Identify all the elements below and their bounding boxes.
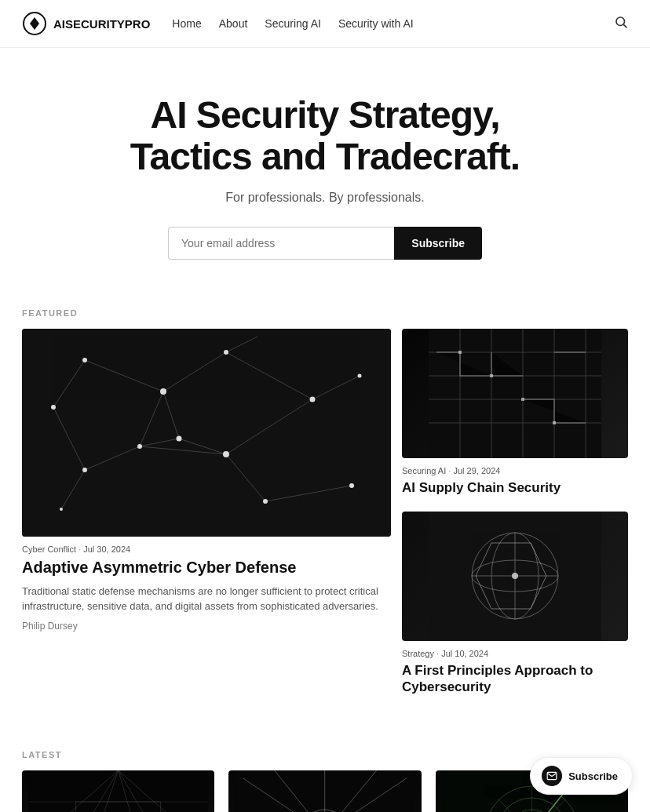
svg-point-32 bbox=[60, 508, 63, 511]
svg-line-2 bbox=[623, 24, 626, 27]
email-input[interactable] bbox=[168, 227, 394, 260]
side-card-1-meta: Securing AI · Jul 29, 2024 bbox=[402, 466, 628, 475]
hero-section: AI Security Strategy, Tactics and Tradec… bbox=[0, 48, 650, 283]
svg-rect-47 bbox=[553, 421, 556, 424]
svg-point-25 bbox=[137, 444, 142, 449]
nav-about[interactable]: About bbox=[219, 17, 248, 30]
latest-card-1[interactable]: Oct 1, 2024 Asymmetric Cyber Defense thr… bbox=[22, 770, 214, 812]
svg-point-21 bbox=[82, 358, 87, 362]
svg-point-54 bbox=[512, 573, 518, 579]
nav-securing-ai[interactable]: Securing AI bbox=[265, 17, 321, 30]
subscribe-bubble-icon bbox=[542, 766, 562, 786]
featured-label: FEATURED bbox=[0, 283, 650, 329]
svg-point-31 bbox=[177, 435, 182, 441]
latest-card-2-image bbox=[228, 770, 421, 812]
logo-text: AISECURITYPRO bbox=[53, 17, 150, 31]
subscribe-bubble-label: Subscribe bbox=[568, 770, 618, 782]
svg-rect-45 bbox=[490, 374, 493, 377]
side-card-1-image bbox=[402, 329, 628, 458]
subscribe-button[interactable]: Subscribe bbox=[394, 227, 482, 260]
featured-main-author: Philip Dursey bbox=[22, 621, 391, 632]
featured-main-desc: Traditional static defense mechanisms ar… bbox=[22, 584, 391, 614]
svg-point-24 bbox=[310, 396, 316, 402]
featured-main-card[interactable]: Cyber Conflict · Jul 30, 2024 Adaptive A… bbox=[22, 329, 391, 701]
nav-links: Home About Securing AI Security with AI bbox=[172, 17, 413, 30]
svg-rect-3 bbox=[22, 329, 391, 537]
featured-section: Cyber Conflict · Jul 30, 2024 Adaptive A… bbox=[0, 329, 650, 726]
svg-point-30 bbox=[51, 405, 56, 410]
hero-title: AI Security Strategy, Tactics and Tradec… bbox=[74, 95, 576, 178]
svg-rect-34 bbox=[429, 329, 601, 458]
svg-point-26 bbox=[223, 451, 229, 457]
svg-point-27 bbox=[82, 468, 87, 472]
latest-card-1-image bbox=[22, 770, 214, 812]
navbar: AISECURITYPRO Home About Securing AI Sec… bbox=[0, 0, 650, 48]
side-card-1-title: AI Supply Chain Security bbox=[402, 479, 628, 496]
side-card-2-title: A First Principles Approach to Cybersecu… bbox=[402, 662, 628, 696]
featured-main-title: Adaptive Asymmetric Cyber Defense bbox=[22, 558, 391, 577]
svg-point-28 bbox=[263, 499, 268, 504]
side-card-2-image bbox=[402, 512, 628, 641]
side-card-2-meta: Strategy · Jul 10, 2024 bbox=[402, 649, 628, 658]
featured-main-meta: Cyber Conflict · Jul 30, 2024 bbox=[22, 544, 391, 554]
nav-security-with-ai[interactable]: Security with AI bbox=[338, 17, 414, 30]
featured-side-card-2[interactable]: Strategy · Jul 10, 2024 A First Principl… bbox=[402, 512, 628, 701]
latest-card-2[interactable]: Governance · Aug 15, 2024 MIT's AI Risk … bbox=[228, 770, 421, 812]
logo-link[interactable]: AISECURITYPRO bbox=[22, 11, 150, 36]
svg-point-33 bbox=[349, 483, 354, 488]
svg-rect-44 bbox=[458, 351, 462, 354]
featured-side-cards: Securing AI · Jul 29, 2024 AI Supply Cha… bbox=[402, 329, 628, 701]
hero-subtitle: For professionals. By professionals. bbox=[31, 191, 619, 205]
subscribe-form: Subscribe bbox=[168, 227, 482, 260]
search-icon[interactable] bbox=[614, 15, 628, 32]
featured-side-card-1[interactable]: Securing AI · Jul 29, 2024 AI Supply Cha… bbox=[402, 329, 628, 501]
subscribe-bubble[interactable]: Subscribe bbox=[530, 757, 633, 795]
svg-point-1 bbox=[616, 17, 625, 26]
svg-rect-46 bbox=[521, 398, 524, 401]
svg-point-29 bbox=[358, 373, 362, 377]
svg-point-22 bbox=[160, 388, 166, 395]
featured-main-image bbox=[22, 329, 391, 537]
nav-home[interactable]: Home bbox=[172, 17, 201, 30]
svg-rect-55 bbox=[29, 770, 208, 812]
svg-point-23 bbox=[224, 350, 228, 355]
